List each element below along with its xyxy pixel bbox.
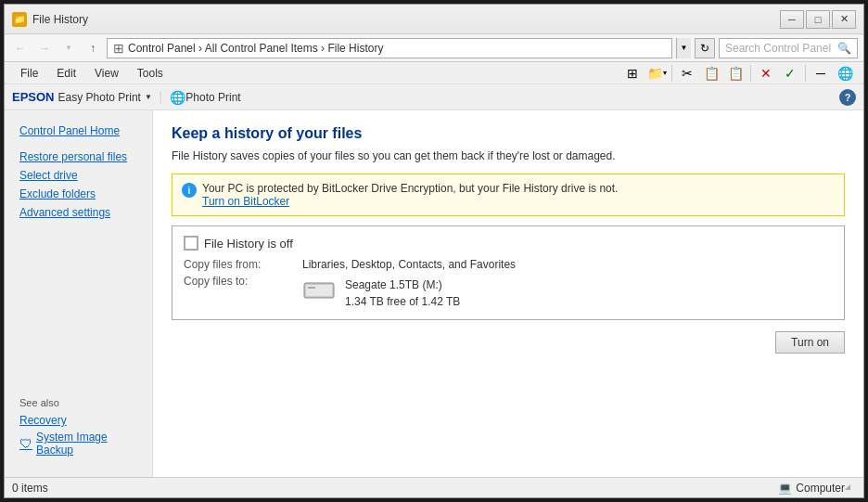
toolbar-globe-icon[interactable]: 🌐 — [834, 63, 856, 84]
see-also-recovery[interactable]: Recovery — [19, 412, 137, 429]
status-box: File History is off Copy files from: Lib… — [172, 225, 845, 320]
info-box: i Your PC is protected by BitLocker Driv… — [172, 174, 845, 216]
globe-icon: 🌐 — [170, 90, 185, 105]
info-icon: i — [182, 183, 197, 198]
product-label: Easy Photo Print — [58, 91, 141, 104]
turn-on-button[interactable]: Turn on — [775, 331, 845, 354]
title-bar: 📁 File History ─ □ ✕ — [5, 5, 863, 34]
svg-rect-2 — [308, 287, 315, 289]
info-link[interactable]: Turn on BitLocker — [202, 195, 289, 208]
menu-items: File Edit View Tools — [12, 64, 621, 83]
turn-on-row: Turn on — [172, 331, 845, 354]
main-window: 📁 File History ─ □ ✕ ← → ▼ ↑ ⊞ Control P… — [4, 4, 864, 498]
toolbar-separator-3 — [805, 65, 806, 82]
status-header: File History is off — [184, 236, 833, 251]
content-area: Keep a history of your files File Histor… — [153, 110, 863, 477]
up-button[interactable]: ↑ — [83, 38, 103, 58]
computer-label: Computer — [796, 482, 845, 495]
search-icon: 🔍 — [837, 42, 851, 55]
app-product: Easy Photo Print ▼ — [58, 91, 152, 104]
toolbar-folder-icon[interactable]: 📁▾ — [645, 63, 668, 84]
toolbar-check-icon[interactable]: ✓ — [779, 63, 801, 84]
see-also-system-image[interactable]: 🛡 System Image Backup — [19, 429, 137, 458]
copy-from-label: Copy files from: — [184, 258, 295, 271]
status-bar-right: 💻 Computer — [778, 482, 845, 495]
toolbar-paste-icon[interactable]: 📋 — [724, 63, 747, 84]
copy-from-value: Libraries, Desktop, Contacts, and Favori… — [302, 258, 833, 271]
menu-view[interactable]: View — [86, 64, 127, 83]
toolbar-copy-icon[interactable]: 📋 — [700, 63, 722, 84]
menu-edit[interactable]: Edit — [48, 64, 84, 83]
menu-tools[interactable]: Tools — [129, 64, 172, 83]
copy-to-label: Copy files to: — [184, 275, 295, 310]
sidebar-link-restore[interactable]: Restore personal files — [5, 148, 152, 166]
refresh-button[interactable]: ↻ — [695, 38, 715, 58]
sidebar-link-control-panel-home[interactable]: Control Panel Home — [5, 122, 152, 140]
forward-button[interactable]: → — [34, 38, 55, 58]
page-subtitle: File History saves copies of your files … — [172, 149, 845, 162]
menu-file[interactable]: File — [12, 64, 46, 83]
svg-rect-1 — [306, 285, 332, 296]
help-button[interactable]: ? — [839, 89, 856, 106]
drive-icon — [302, 277, 336, 310]
drive-free: 1.34 TB free of 1.42 TB — [345, 293, 460, 310]
search-placeholder: Search Control Panel — [725, 42, 831, 55]
page-title: Keep a history of your files — [172, 125, 845, 142]
sidebar-link-exclude-folders[interactable]: Exclude folders — [5, 185, 152, 203]
shield-icon: 🛡 — [19, 436, 32, 451]
status-icon — [184, 236, 198, 251]
sidebar-link-advanced-settings[interactable]: Advanced settings — [5, 203, 152, 222]
toolbar-view-icon[interactable]: ⊞ — [621, 63, 644, 84]
search-box[interactable]: Search Control Panel 🔍 — [719, 38, 858, 58]
window-controls: ─ □ ✕ — [780, 10, 856, 29]
drive-info: Seagate 1.5TB (M:) 1.34 TB free of 1.42 … — [302, 277, 833, 310]
breadcrumb-text: Control Panel › All Control Panel Items … — [128, 42, 383, 55]
app-bar: EPSON Easy Photo Print ▼ │ 🌐 Photo Print… — [5, 84, 863, 110]
brand-label: EPSON — [12, 90, 55, 104]
back-button[interactable]: ← — [10, 38, 31, 58]
status-bar: 0 items 💻 Computer ◢ — [5, 477, 863, 497]
minimize-button[interactable]: ─ — [780, 10, 804, 29]
window-title: File History — [32, 13, 780, 26]
maximize-button[interactable]: □ — [806, 10, 830, 29]
toolbar-separator-2 — [750, 65, 751, 82]
items-count: 0 items — [12, 482, 778, 495]
status-title: File History is off — [204, 237, 293, 251]
toolbar-separator-1 — [671, 65, 672, 82]
address-dropdown[interactable]: ▼ — [676, 38, 691, 58]
drive-name: Seagate 1.5TB (M:) — [345, 277, 460, 293]
drive-details: Seagate 1.5TB (M:) 1.34 TB free of 1.42 … — [345, 277, 460, 310]
sidebar-link-select-drive[interactable]: Select drive — [5, 166, 152, 185]
address-bar: ← → ▼ ↑ ⊞ Control Panel › All Control Pa… — [5, 34, 863, 62]
copy-grid: Copy files from: Libraries, Desktop, Con… — [184, 258, 833, 310]
computer-icon: 💻 — [778, 482, 792, 495]
toolbar-delete-icon[interactable]: ✕ — [755, 63, 777, 84]
see-also-section: See also Recovery 🛡 System Image Backup — [5, 390, 152, 466]
recent-pages-button[interactable]: ▼ — [58, 38, 79, 58]
main-area: Control Panel Home Restore personal file… — [5, 110, 863, 477]
close-button[interactable]: ✕ — [832, 10, 856, 29]
see-also-title: See also — [19, 397, 137, 408]
toolbar-cut-icon[interactable]: ✂ — [676, 63, 698, 84]
window-icon: 📁 — [12, 12, 27, 27]
toolbar-properties-icon[interactable]: ─ — [810, 63, 832, 84]
sidebar: Control Panel Home Restore personal file… — [5, 110, 153, 477]
address-field[interactable]: ⊞ Control Panel › All Control Panel Item… — [107, 38, 672, 58]
menu-bar: File Edit View Tools ⊞ 📁▾ ✂ 📋 📋 ✕ ✓ ─ 🌐 — [5, 62, 863, 84]
photo-print-label: Photo Print — [185, 91, 240, 104]
info-content: Your PC is protected by BitLocker Drive … — [202, 182, 618, 208]
info-message: Your PC is protected by BitLocker Drive … — [202, 182, 618, 195]
toolbar-right: ⊞ 📁▾ ✂ 📋 📋 ✕ ✓ ─ 🌐 — [621, 63, 856, 84]
product-dropdown-icon[interactable]: ▼ — [145, 93, 152, 101]
resize-grip: ◢ — [845, 483, 856, 494]
